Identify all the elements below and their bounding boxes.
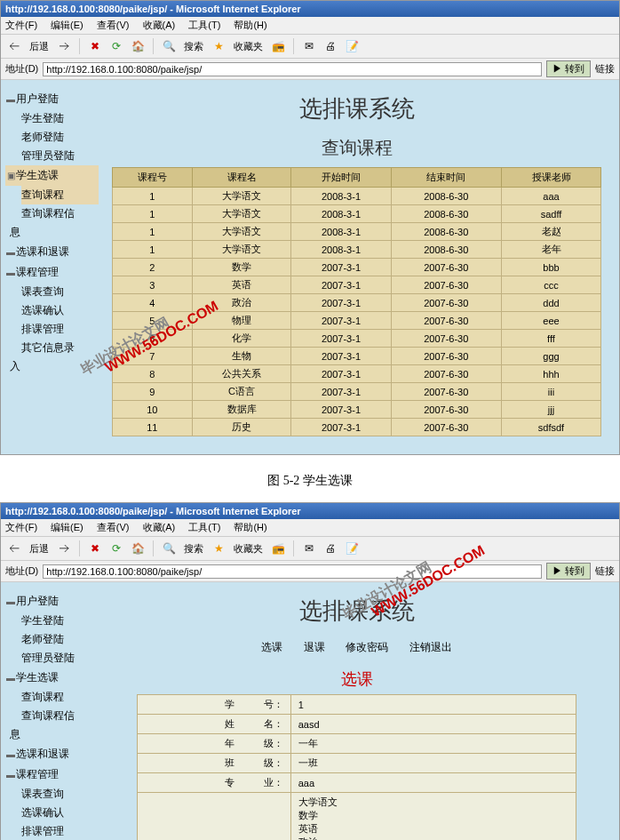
menu-edit[interactable]: 编辑(E) bbox=[51, 20, 83, 30]
go-button[interactable]: ▶ 转到 bbox=[546, 563, 591, 580]
menu-edit[interactable]: 编辑(E) bbox=[51, 522, 83, 532]
edit-icon[interactable]: 📝 bbox=[343, 540, 361, 557]
edit-icon[interactable]: 📝 bbox=[343, 37, 361, 55]
table-cell: 2 bbox=[113, 259, 193, 276]
sidebar-item-teacher-login[interactable]: 老师登陆 bbox=[21, 128, 99, 147]
search-button[interactable]: 搜索 bbox=[184, 40, 203, 53]
table-cell: 2007-3-1 bbox=[291, 348, 391, 365]
table-cell: 2008-6-30 bbox=[391, 241, 501, 259]
table-cell: 2008-3-1 bbox=[291, 188, 391, 205]
media-icon[interactable]: 📻 bbox=[269, 37, 287, 55]
back-button[interactable]: 后退 bbox=[29, 542, 49, 556]
sidebar-item-arrange[interactable]: 排课管理 bbox=[21, 320, 99, 339]
sidebar-item-query-info[interactable]: 查询课程信 bbox=[21, 707, 99, 725]
sidebar-item-student-login[interactable]: 学生登陆 bbox=[21, 612, 99, 630]
home-icon[interactable]: 🏠 bbox=[129, 37, 147, 55]
mail-icon[interactable]: ✉ bbox=[300, 540, 318, 557]
search-button[interactable]: 搜索 bbox=[184, 542, 203, 556]
menu-help[interactable]: 帮助(H) bbox=[234, 20, 266, 30]
sidebar-item-query-course[interactable]: 查询课程 bbox=[21, 186, 99, 204]
table-cell: hhh bbox=[502, 365, 601, 383]
table-header: 课程名 bbox=[192, 168, 291, 188]
table-row: 1大学语文2008-3-12008-6-30aaa bbox=[113, 188, 601, 205]
addr-input[interactable] bbox=[43, 564, 542, 579]
go-button[interactable]: ▶ 转到 bbox=[546, 60, 591, 77]
forward-icon[interactable]: 🡢 bbox=[55, 540, 73, 557]
print-icon[interactable]: 🖨 bbox=[322, 37, 339, 55]
table-cell: 物理 bbox=[192, 312, 291, 330]
back-icon[interactable]: 🡠 bbox=[5, 37, 23, 55]
table-cell: 2007-3-1 bbox=[291, 330, 391, 348]
sidebar-item-schedule[interactable]: 课表查询 bbox=[21, 283, 99, 301]
sidebar-item-query-info[interactable]: 查询课程信 bbox=[21, 204, 99, 223]
star-icon[interactable]: ★ bbox=[210, 540, 227, 557]
nav-password[interactable]: 修改密码 bbox=[346, 641, 388, 653]
table-cell: 大学语文 bbox=[192, 223, 291, 241]
sidebar-item-student-login[interactable]: 学生登陆 bbox=[21, 109, 99, 128]
refresh-icon[interactable]: ⟳ bbox=[107, 540, 125, 557]
table-cell: jjj bbox=[502, 401, 601, 419]
table-header: 开始时间 bbox=[291, 168, 391, 188]
separator bbox=[293, 38, 294, 54]
nav-select[interactable]: 选课 bbox=[261, 641, 282, 653]
sidebar-group-login[interactable]: ▬用户登陆 bbox=[5, 89, 99, 109]
menu-file[interactable]: 文件(F) bbox=[5, 522, 37, 532]
form-row: 年 级：一年 bbox=[137, 734, 576, 754]
course-item: 政治 bbox=[298, 836, 569, 840]
media-icon[interactable]: 📻 bbox=[269, 540, 287, 557]
menu-view[interactable]: 查看(V) bbox=[97, 20, 130, 30]
table-cell: 2008-6-30 bbox=[391, 188, 501, 205]
back-button[interactable]: 后退 bbox=[29, 40, 49, 53]
sidebar-item-schedule[interactable]: 课表查询 bbox=[21, 785, 99, 804]
menu-help[interactable]: 帮助(H) bbox=[234, 522, 266, 532]
search-icon[interactable]: 🔍 bbox=[160, 540, 178, 557]
refresh-icon[interactable]: ⟳ bbox=[107, 37, 125, 55]
fav-button[interactable]: 收藏夹 bbox=[234, 40, 263, 53]
back-icon[interactable]: 🡠 bbox=[5, 540, 23, 557]
sidebar-item-query-course[interactable]: 查询课程 bbox=[21, 688, 99, 707]
forward-icon[interactable]: 🡢 bbox=[55, 37, 73, 55]
sidebar-group-login[interactable]: ▬用户登陆 bbox=[5, 591, 99, 612]
stop-icon[interactable]: ✖ bbox=[86, 37, 104, 55]
menu-bar: 文件(F) 编辑(E) 查看(V) 收藏(A) 工具(T) 帮助(H) bbox=[1, 17, 619, 35]
menu-fav[interactable]: 收藏(A) bbox=[143, 522, 176, 532]
form-label: 专 业： bbox=[137, 773, 290, 793]
nav-drop[interactable]: 退课 bbox=[304, 641, 325, 653]
sidebar-group-manage[interactable]: ▬课程管理 bbox=[5, 764, 99, 785]
sidebar-group-select[interactable]: ▣学生选课 bbox=[5, 165, 99, 186]
form-value: aasd bbox=[290, 715, 576, 734]
home-icon[interactable]: 🏠 bbox=[129, 540, 147, 557]
sidebar-group-drop[interactable]: ▬选课和退课 bbox=[5, 744, 99, 764]
addr-input[interactable] bbox=[43, 62, 542, 76]
form-value: 一年 bbox=[290, 734, 576, 754]
menu-tools[interactable]: 工具(T) bbox=[188, 522, 220, 532]
sidebar-item-confirm[interactable]: 选课确认 bbox=[21, 301, 99, 320]
sidebar-item-arrange[interactable]: 排课管理 bbox=[21, 822, 99, 840]
menu-fav[interactable]: 收藏(A) bbox=[143, 20, 176, 30]
print-icon[interactable]: 🖨 bbox=[322, 540, 339, 557]
sidebar-item-admin-login[interactable]: 管理员登陆 bbox=[21, 649, 99, 668]
separator bbox=[79, 540, 80, 556]
menu-view[interactable]: 查看(V) bbox=[97, 522, 130, 532]
nav-logout[interactable]: 注销退出 bbox=[409, 641, 452, 653]
stop-icon[interactable]: ✖ bbox=[86, 540, 104, 557]
sidebar-item-admin-login[interactable]: 管理员登陆 bbox=[21, 147, 99, 165]
sidebar-item-other[interactable]: 其它信息录 bbox=[21, 339, 99, 357]
sidebar-item-teacher-login[interactable]: 老师登陆 bbox=[21, 630, 99, 649]
sidebar-group-manage[interactable]: ▬课程管理 bbox=[5, 262, 99, 283]
sidebar-group-drop[interactable]: ▬选课和退课 bbox=[5, 242, 99, 262]
table-row: 7生物2007-3-12007-6-30ggg bbox=[113, 348, 601, 365]
mail-icon[interactable]: ✉ bbox=[300, 37, 318, 55]
table-header: 课程号 bbox=[113, 168, 193, 188]
form-row: 姓 名：aasd bbox=[137, 715, 576, 734]
search-icon[interactable]: 🔍 bbox=[160, 37, 178, 55]
menu-file[interactable]: 文件(F) bbox=[5, 20, 37, 30]
sidebar-group-select[interactable]: ▬学生选课 bbox=[5, 668, 99, 688]
menu-bar: 文件(F) 编辑(E) 查看(V) 收藏(A) 工具(T) 帮助(H) bbox=[1, 519, 619, 537]
collapse-icon: ▬ bbox=[5, 673, 16, 683]
star-icon[interactable]: ★ bbox=[210, 37, 227, 55]
fav-button[interactable]: 收藏夹 bbox=[234, 542, 263, 556]
menu-tools[interactable]: 工具(T) bbox=[188, 20, 220, 30]
sidebar-item-confirm[interactable]: 选课确认 bbox=[21, 804, 99, 822]
form-row: 学 号：1 bbox=[137, 695, 576, 715]
